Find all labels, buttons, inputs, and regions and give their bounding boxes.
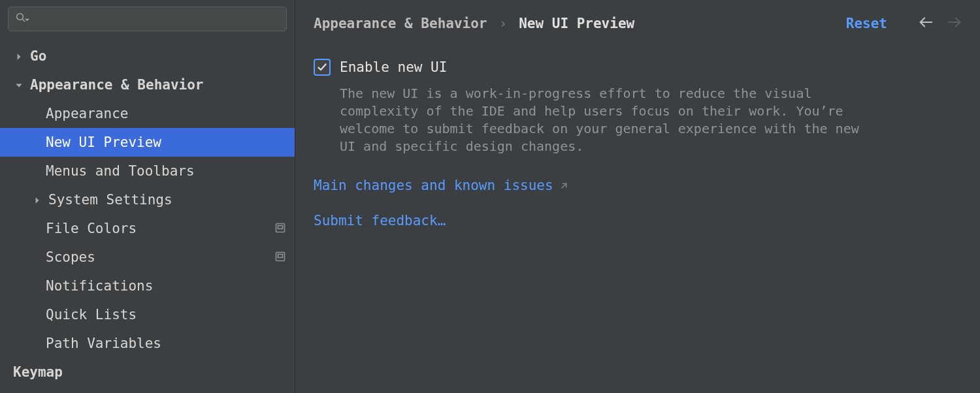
tree-item-keymap[interactable]: Keymap	[0, 358, 295, 386]
nav-back-button[interactable]	[919, 16, 933, 31]
tree-item-label: Appearance & Behavior	[30, 77, 204, 93]
svg-rect-5	[278, 255, 283, 258]
tree-item-label: Quick Lists	[46, 307, 137, 322]
chevron-right-icon	[13, 48, 25, 64]
svg-point-0	[17, 14, 24, 20]
enable-new-ui-label: Enable new UI	[340, 59, 447, 75]
enable-new-ui-description: The new UI is a work-in-progress effort …	[340, 85, 875, 155]
settings-sidebar: GoAppearance & BehaviorAppearanceNew UI …	[0, 0, 295, 393]
tree-item-label: Keymap	[13, 364, 63, 380]
chevron-down-icon	[24, 13, 30, 25]
tree-item-label: File Colors	[46, 221, 137, 236]
chevron-down-icon	[13, 77, 25, 93]
tree-item-path-variables[interactable]: Path Variables	[0, 329, 295, 358]
breadcrumb-separator: ›	[499, 16, 508, 31]
enable-new-ui-checkbox[interactable]	[314, 59, 331, 76]
tree-item-label: Scopes	[46, 249, 95, 265]
project-scope-icon	[275, 249, 286, 265]
tree-item-new-ui-preview[interactable]: New UI Preview	[0, 128, 295, 157]
breadcrumb-root[interactable]: Appearance & Behavior	[314, 16, 487, 31]
search-input[interactable]	[34, 13, 280, 25]
breadcrumb-header: Appearance & Behavior › New UI Preview R…	[314, 16, 962, 31]
settings-search[interactable]	[8, 7, 287, 31]
tree-item-label: Notifications	[46, 278, 153, 294]
nav-forward-button	[947, 16, 962, 31]
tree-item-appearance-behavior[interactable]: Appearance & Behavior	[0, 71, 295, 99]
settings-main: Appearance & Behavior › New UI Preview R…	[295, 0, 980, 393]
tree-item-file-colors[interactable]: File Colors	[0, 214, 295, 243]
reset-button[interactable]: Reset	[846, 16, 887, 31]
settings-tree: GoAppearance & BehaviorAppearanceNew UI …	[0, 39, 295, 393]
main-changes-link[interactable]: Main changes and known issues	[314, 178, 553, 193]
breadcrumb-leaf: New UI Preview	[519, 16, 634, 31]
svg-rect-2	[276, 224, 285, 232]
external-link-icon	[560, 178, 568, 193]
tree-item-label: Menus and Toolbars	[46, 163, 195, 179]
svg-rect-4	[276, 253, 285, 261]
tree-item-menus-and-toolbars[interactable]: Menus and Toolbars	[0, 157, 295, 185]
tree-item-label: Appearance	[46, 106, 128, 121]
svg-rect-3	[278, 226, 283, 229]
tree-item-notifications[interactable]: Notifications	[0, 272, 295, 300]
project-scope-icon	[275, 221, 286, 236]
tree-item-appearance[interactable]: Appearance	[0, 99, 295, 128]
svg-line-8	[562, 183, 566, 188]
tree-item-system-settings[interactable]: System Settings	[0, 185, 295, 214]
chevron-right-icon	[31, 192, 43, 208]
submit-feedback-link[interactable]: Submit feedback…	[314, 213, 446, 228]
tree-item-quick-lists[interactable]: Quick Lists	[0, 300, 295, 329]
tree-item-label: Go	[30, 48, 46, 64]
tree-item-label: New UI Preview	[46, 134, 161, 150]
tree-item-label: Path Variables	[46, 336, 161, 351]
tree-item-scopes[interactable]: Scopes	[0, 243, 295, 272]
tree-item-go[interactable]: Go	[0, 42, 295, 71]
tree-item-label: System Settings	[48, 192, 172, 208]
